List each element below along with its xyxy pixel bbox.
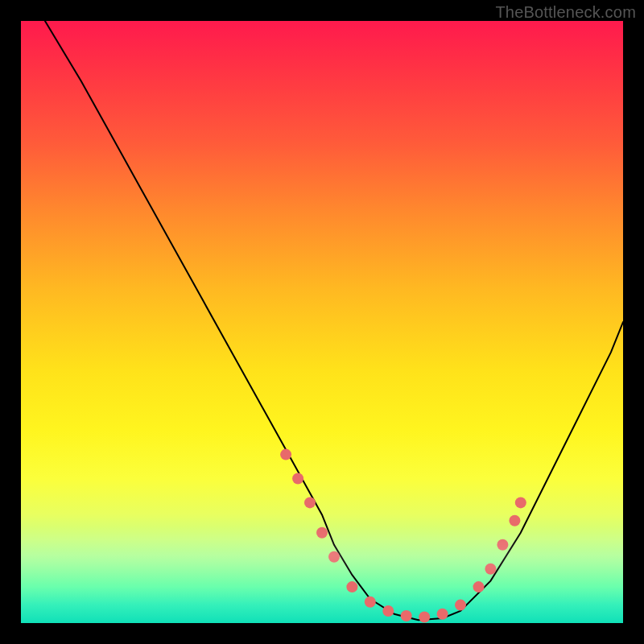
chart-svg: [21, 21, 623, 623]
data-marker: [419, 612, 430, 623]
data-marker: [328, 551, 340, 563]
data-marker: [292, 473, 303, 485]
chart-plot-area: [21, 21, 623, 623]
watermark: TheBottleneck.com: [495, 3, 636, 22]
data-marker: [497, 539, 508, 551]
data-markers: [280, 449, 526, 623]
data-marker: [473, 581, 485, 592]
data-marker: [365, 597, 376, 608]
data-marker: [485, 564, 496, 575]
data-marker: [346, 581, 357, 592]
data-marker: [509, 515, 520, 526]
data-marker: [515, 497, 526, 508]
data-marker: [382, 605, 394, 617]
data-marker: [401, 610, 412, 621]
data-marker: [316, 527, 328, 539]
data-marker: [280, 449, 291, 460]
data-marker: [437, 609, 448, 620]
data-marker: [304, 497, 316, 508]
curve-path: [45, 21, 623, 620]
data-marker: [455, 600, 466, 611]
curve-line: [45, 21, 623, 620]
